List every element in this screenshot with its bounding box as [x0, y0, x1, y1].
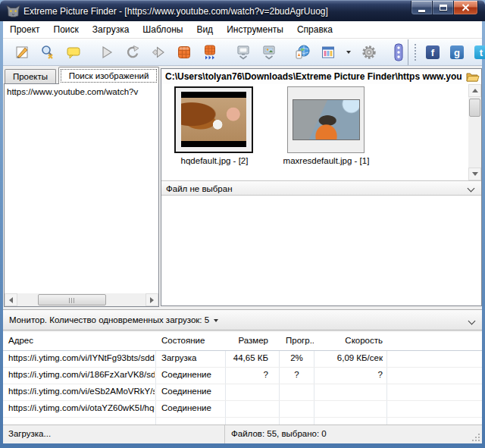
cell-speed: 6,09 КБ/сек: [314, 350, 386, 366]
resize-grip[interactable]: [471, 433, 480, 442]
view-panels-button[interactable]: [318, 42, 338, 63]
scroll-up-button[interactable]: [468, 84, 481, 97]
thumbnail-frame-2: [287, 86, 365, 153]
open-folder-button[interactable]: [466, 70, 480, 83]
column-header-progress[interactable]: Прогр...: [280, 332, 314, 349]
vertical-scrollbar[interactable]: [468, 84, 481, 180]
tab-image-search[interactable]: Поиск изображений: [58, 67, 159, 84]
settings-gear-icon: [361, 44, 377, 61]
view-panels-icon: [320, 44, 336, 61]
stop-button[interactable]: [174, 42, 194, 63]
table-header: Адрес Состояние Размер Прогр... Скорость: [3, 332, 482, 351]
cell-size: 44,65 КБ: [226, 350, 278, 366]
monitor-header[interactable]: Монитор. Количество одновременных загруз…: [3, 309, 482, 331]
search-properties-icon: [39, 44, 56, 61]
window-title: Extreme Picture Finder - [https://www.yo…: [23, 6, 328, 17]
menu-search[interactable]: Поиск: [47, 21, 86, 38]
horizontal-scrollbar[interactable]: [5, 293, 158, 306]
cell-size: ?: [226, 367, 278, 383]
maximize-button[interactable]: [433, 1, 453, 15]
menu-download[interactable]: Загрузка: [86, 21, 136, 38]
column-header-size[interactable]: Размер: [226, 332, 278, 349]
column-header-state[interactable]: Состояние: [156, 332, 224, 349]
icq-contact-icon: [394, 43, 403, 61]
facebook-icon: f: [431, 47, 434, 58]
cell-address: https://i.ytimg.com/vi/186FzXarVK8/sddef…: [3, 367, 155, 383]
google-icon: g: [454, 47, 460, 58]
column-header-speed[interactable]: Скорость: [314, 332, 386, 349]
file-info-header[interactable]: Файл не выбран: [161, 180, 481, 196]
app-panther-icon: [6, 5, 20, 17]
google-button[interactable]: g: [450, 45, 464, 59]
twitter-button[interactable]: t: [474, 45, 485, 59]
cell-progress: 2%: [280, 350, 314, 366]
minimize-button[interactable]: [411, 1, 433, 15]
thumbnail-label-1: hqdefault.jpg - [2]: [161, 156, 268, 165]
twitter-icon: t: [480, 47, 483, 58]
file-info-title: Файл не выбран: [166, 184, 233, 193]
restart-button[interactable]: [123, 42, 142, 63]
cell-address: https://i.ytimg.com/vi/eSb2AMoVRkY/sd...: [3, 384, 155, 399]
download-row[interactable]: https://i.ytimg.com/vi/eSb2AMoVRkY/sd...…: [3, 384, 482, 401]
cell-state: Соединение: [156, 400, 224, 416]
skip-button[interactable]: [200, 42, 220, 63]
tab-focus-outline: [61, 69, 157, 83]
facebook-button[interactable]: f: [426, 45, 440, 59]
project-url-item[interactable]: https://www.youtube.com/watch?v: [5, 84, 158, 98]
download-queue-icon: [235, 44, 252, 61]
scroll-left-button[interactable]: [5, 293, 17, 306]
download-row[interactable]: https://i.ytimg.com/vi/IYNtFg93bts/sddef…: [3, 350, 482, 368]
scroll-down-icon: [472, 172, 478, 176]
scroll-left-icon: [9, 297, 13, 303]
panels-dropdown-button[interactable]: [344, 42, 353, 63]
scroll-down-button[interactable]: [468, 168, 481, 180]
upload-website-button[interactable]: [293, 42, 312, 63]
settings-button[interactable]: [359, 42, 379, 63]
download-queue-button[interactable]: [233, 42, 253, 63]
scroll-right-button[interactable]: [146, 293, 158, 306]
icq-contact-button[interactable]: [393, 42, 405, 63]
cell-speed: ?: [314, 367, 386, 383]
downloads-table: Адрес Состояние Размер Прогр... Скорость…: [3, 332, 482, 425]
minimize-icon: [418, 10, 425, 12]
comments-button[interactable]: [64, 42, 83, 63]
skip-icon: [202, 44, 218, 61]
cell-state: Соединение: [156, 384, 224, 399]
monitor-chevron-down-icon[interactable]: [468, 318, 476, 325]
resume-icon: [150, 44, 167, 61]
results-panel: C:\Users\tolyan76\Downloads\Extreme Pict…: [161, 68, 482, 306]
menu-project[interactable]: Проект: [3, 21, 47, 38]
cell-address: https://i.ytimg.com/vi/otaYZ60wK5I/hqde.…: [3, 400, 155, 416]
browser-preview-button[interactable]: [259, 42, 279, 63]
start-button[interactable]: [97, 42, 117, 63]
thumbnail-frame-1: [174, 86, 253, 153]
tab-projects[interactable]: Проекты: [5, 69, 56, 83]
client-area: Проект Поиск Загрузка Шаблоны Вид Инстру…: [3, 21, 482, 443]
status-activity: Загрузка...: [3, 425, 225, 443]
thumbnails-area: hqdefault.jpg - [2] maxresdefault.jpg - …: [161, 84, 481, 180]
social-toolbar: f g t: [408, 39, 485, 65]
dropdown-arrow-icon: [346, 51, 351, 54]
cell-state: Соединение: [156, 367, 224, 383]
horizontal-scroll-thumb[interactable]: [38, 294, 106, 305]
toolbar: f g t: [3, 39, 482, 66]
social-toolbar-gripper[interactable]: [414, 43, 417, 61]
downloads-count-dropdown-icon[interactable]: [214, 319, 218, 322]
download-row[interactable]: https://i.ytimg.com/vi/186FzXarVK8/sddef…: [3, 367, 482, 384]
title-bar: Extreme Picture Finder - [https://www.yo…: [0, 0, 485, 21]
menu-help[interactable]: Справка: [290, 21, 340, 38]
file-info-body: [161, 196, 481, 305]
close-button[interactable]: [453, 1, 478, 15]
cell-progress: ?: [280, 367, 314, 383]
download-row[interactable]: https://i.ytimg.com/vi/otaYZ60wK5I/hqde.…: [3, 400, 482, 418]
menu-tools[interactable]: Инструменты: [220, 21, 290, 38]
scroll-up-icon: [472, 89, 478, 92]
menu-templates[interactable]: Шаблоны: [136, 21, 189, 38]
new-project-button[interactable]: [12, 42, 32, 63]
resume-button[interactable]: [149, 42, 168, 63]
column-header-address[interactable]: Адрес: [3, 332, 155, 349]
vertical-scroll-thumb[interactable]: [469, 99, 480, 117]
start-icon: [99, 44, 115, 61]
search-properties-button[interactable]: [38, 42, 58, 63]
menu-view[interactable]: Вид: [189, 21, 220, 38]
